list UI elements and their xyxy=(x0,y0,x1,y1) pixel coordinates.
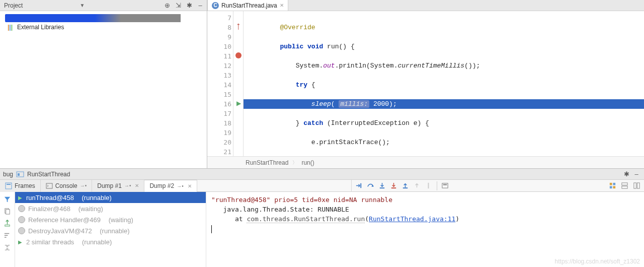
show-execution-point-icon[interactable] xyxy=(354,180,365,191)
thread-list[interactable]: ▶ runThread@458 (runnable) Finalizer@468… xyxy=(15,192,206,267)
tab-console[interactable]: Console →• xyxy=(41,180,93,192)
tab-dump1[interactable]: Dump #1 →• ✕ xyxy=(92,180,144,192)
svg-rect-17 xyxy=(621,186,627,188)
svg-rect-9 xyxy=(428,183,429,188)
thread-dump-output[interactable]: "runThread@458" prio=5 tid=0xe nid=NA ru… xyxy=(206,192,644,267)
debug-header: bug RunStartThread xyxy=(3,170,620,178)
svg-rect-14 xyxy=(609,186,612,188)
svg-rect-25 xyxy=(5,237,7,237)
close-tab-icon[interactable]: ✕ xyxy=(280,3,284,8)
editor-tab-runstartthread[interactable]: C RunStartThread.java ✕ xyxy=(207,0,288,11)
thread-row[interactable]: ▶ runThread@458 (runnable) xyxy=(15,192,206,203)
layout2-icon[interactable] xyxy=(619,180,630,191)
svg-rect-3 xyxy=(7,184,11,185)
filter-icon[interactable] xyxy=(3,194,13,204)
view-mode-dropdown[interactable]: ▼ xyxy=(79,3,86,8)
pin-icon: →• xyxy=(124,183,131,188)
locate-icon[interactable]: ⊕ xyxy=(163,1,172,10)
override-up-icon[interactable]: ⭡ xyxy=(234,22,243,30)
debug-side-toolbar xyxy=(0,192,15,267)
debug-config-name[interactable]: RunStartThread xyxy=(27,171,70,178)
tab-frames[interactable]: Frames xyxy=(0,180,41,192)
project-tree[interactable]: ||| External Libraries xyxy=(0,11,207,168)
run-gutter-icon[interactable]: ▶ xyxy=(234,99,243,107)
close-icon[interactable]: ✕ xyxy=(135,183,139,188)
merge-icon[interactable] xyxy=(3,242,13,252)
watermark: https://blog.csdn.net/soft_z1302 xyxy=(555,258,640,265)
libraries-icon: ||| xyxy=(6,23,14,31)
svg-rect-16 xyxy=(621,183,627,185)
drop-frame-icon[interactable] xyxy=(412,180,423,191)
svg-rect-10 xyxy=(442,183,448,188)
external-libraries-node[interactable]: ||| External Libraries xyxy=(3,22,207,32)
svg-rect-7 xyxy=(391,187,396,188)
project-tool-window: Project ▼ ⊕ ⇲ ✱ – ||| External Libraries xyxy=(0,0,207,168)
svg-rect-13 xyxy=(613,183,615,185)
breadcrumb[interactable]: RunStartThread 〉 run() xyxy=(207,156,644,168)
svg-rect-19 xyxy=(637,183,639,188)
thread-row[interactable]: Reference Handler@469 (waiting) xyxy=(15,214,206,225)
gear-icon[interactable]: ✱ xyxy=(185,1,194,10)
breadcrumb-method[interactable]: run() xyxy=(301,159,314,166)
console-icon xyxy=(46,182,53,189)
tab-dump2[interactable]: Dump #2 →• ✕ xyxy=(144,180,197,192)
layout-icon[interactable] xyxy=(607,180,618,191)
step-out-icon[interactable] xyxy=(400,180,411,191)
step-into-icon[interactable] xyxy=(377,180,388,191)
svg-rect-2 xyxy=(6,183,12,189)
step-over-icon[interactable] xyxy=(365,180,376,191)
force-step-into-icon[interactable] xyxy=(388,180,399,191)
code-content[interactable]: @Override public void run() { System.out… xyxy=(244,11,644,156)
debug-tool-window: bug RunStartThread ✱ – Frames Console →•… xyxy=(0,169,644,267)
svg-rect-15 xyxy=(613,186,615,188)
line-number-gutter[interactable]: 7 8 9 10 11 12 13 14 15 16 17 18 19 20 2… xyxy=(207,11,233,156)
expand-icon[interactable]: ▶ xyxy=(18,239,23,245)
breadcrumb-class[interactable]: RunStartThread xyxy=(246,159,288,166)
breakpoint-icon[interactable] xyxy=(234,51,243,59)
thread-row[interactable]: Finalizer@468 (waiting) xyxy=(15,203,206,214)
gear-icon[interactable]: ✱ xyxy=(622,170,631,179)
svg-rect-12 xyxy=(609,183,612,185)
dump-line: at com.threads.RunStartThread.run(RunSta… xyxy=(211,214,639,224)
project-header: Project ▼ ⊕ ⇲ ✱ – xyxy=(0,0,207,11)
java-class-icon: C xyxy=(212,2,219,9)
pin-icon: →• xyxy=(80,183,87,188)
chevron-right-icon: 〉 xyxy=(292,159,297,166)
close-icon[interactable]: ✕ xyxy=(188,183,192,189)
hide-icon[interactable]: – xyxy=(632,170,641,179)
expand-all-icon[interactable]: ⇲ xyxy=(174,1,183,10)
redacted-project-node xyxy=(5,14,205,22)
svg-rect-21 xyxy=(6,209,10,214)
svg-rect-11 xyxy=(443,184,447,185)
editor-tabs: C RunStartThread.java ✕ xyxy=(207,0,644,11)
svg-rect-6 xyxy=(380,187,384,188)
run-config-icon xyxy=(16,170,24,178)
gutter-marks[interactable]: ⭡ ▶ xyxy=(233,11,244,156)
thread-row[interactable]: DestroyJavaVM@472 (runnable) xyxy=(15,225,206,236)
run-to-cursor-icon[interactable] xyxy=(423,180,434,191)
svg-rect-4 xyxy=(46,183,52,188)
layout3-icon[interactable] xyxy=(631,180,642,191)
dump-line: java.lang.Thread.State: RUNNABLE xyxy=(211,205,639,214)
hide-icon[interactable]: – xyxy=(196,1,205,10)
export-icon[interactable] xyxy=(3,218,13,228)
svg-rect-22 xyxy=(5,225,10,226)
debug-prefix: bug xyxy=(3,171,13,178)
project-title[interactable]: Project xyxy=(2,2,77,9)
text-cursor xyxy=(211,225,212,233)
source-link[interactable]: RunStartThread.java:11 xyxy=(369,215,455,223)
svg-rect-24 xyxy=(5,235,8,235)
current-execution-line: sleep( millis: 2000); xyxy=(244,99,644,109)
thread-row[interactable]: ▶ 2 similar threads (runnable) xyxy=(15,236,206,247)
sort-icon[interactable] xyxy=(3,230,13,240)
thread-icon xyxy=(18,205,25,212)
editor: C RunStartThread.java ✕ 7 8 9 10 11 12 1… xyxy=(207,0,644,168)
svg-rect-5 xyxy=(361,183,362,188)
thread-icon xyxy=(18,227,25,234)
evaluate-expression-icon[interactable] xyxy=(440,180,451,191)
svg-rect-18 xyxy=(633,183,636,188)
expand-icon[interactable]: ▶ xyxy=(18,195,23,201)
frames-icon xyxy=(5,182,12,189)
svg-rect-1 xyxy=(18,173,20,176)
copy-icon[interactable] xyxy=(3,206,13,216)
